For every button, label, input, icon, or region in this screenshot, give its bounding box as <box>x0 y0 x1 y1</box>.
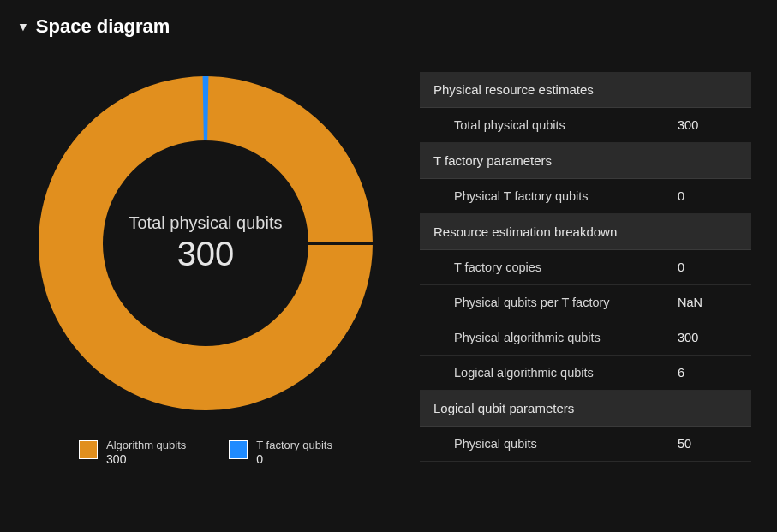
space-diagram-panel: ▼ Space diagram Total physical qubits 30… <box>0 0 777 483</box>
panel-title: Space diagram <box>36 15 170 38</box>
row-label: Total physical qubits <box>454 118 678 132</box>
resource-table: Physical resource estimatesTotal physica… <box>420 72 751 462</box>
section-header[interactable]: Physical resource estimates <box>420 72 751 108</box>
row-value: 6 <box>678 366 738 380</box>
chart-column: Total physical qubits 300 Algorithm qubi… <box>17 72 394 468</box>
panel-content: Total physical qubits 300 Algorithm qubi… <box>17 72 760 468</box>
legend-label: Algorithm qubits <box>106 439 186 452</box>
row-value: NaN <box>678 296 738 309</box>
legend-value: 300 <box>106 452 186 468</box>
row-value: 50 <box>678 437 738 451</box>
table-row: Physical T factory qubits0 <box>420 179 751 214</box>
legend-label: T factory qubits <box>256 439 332 452</box>
table-row: T factory copies0 <box>420 250 751 285</box>
table-row: Physical qubits50 <box>420 427 751 462</box>
legend-item: T factory qubits0 <box>229 439 332 468</box>
row-label: T factory copies <box>454 260 678 274</box>
row-label: Physical qubits per T factory <box>454 296 678 309</box>
table-row: Total physical qubits300 <box>420 108 751 143</box>
row-value: 300 <box>678 331 738 344</box>
panel-header[interactable]: ▼ Space diagram <box>17 15 760 38</box>
legend-swatch <box>79 440 98 459</box>
row-label: Physical T factory qubits <box>454 189 678 203</box>
legend-value: 0 <box>256 452 332 468</box>
section-header[interactable]: T factory parameters <box>420 143 751 179</box>
details-column: Physical resource estimatesTotal physica… <box>394 72 760 468</box>
row-label: Logical algorithmic qubits <box>454 366 678 380</box>
row-value: 300 <box>678 118 738 132</box>
row-value: 0 <box>678 260 738 274</box>
section-header[interactable]: Logical qubit parameters <box>420 391 751 427</box>
table-row: Physical qubits per T factoryNaN <box>420 285 751 320</box>
row-label: Physical algorithmic qubits <box>454 331 678 344</box>
legend-text: Algorithm qubits300 <box>106 439 186 468</box>
chevron-down-icon: ▼ <box>17 20 29 33</box>
legend-item: Algorithm qubits300 <box>79 439 186 468</box>
chart-legend: Algorithm qubits300T factory qubits0 <box>79 439 332 468</box>
table-row: Logical algorithmic qubits6 <box>420 356 751 391</box>
section-header[interactable]: Resource estimation breakdown <box>420 214 751 250</box>
table-row: Physical algorithmic qubits300 <box>420 320 751 356</box>
legend-swatch <box>229 440 248 459</box>
row-label: Physical qubits <box>454 437 678 451</box>
donut-seam <box>308 242 373 245</box>
donut-chart: Total physical qubits 300 <box>34 72 377 415</box>
row-value: 0 <box>678 189 738 203</box>
legend-text: T factory qubits0 <box>256 439 332 468</box>
